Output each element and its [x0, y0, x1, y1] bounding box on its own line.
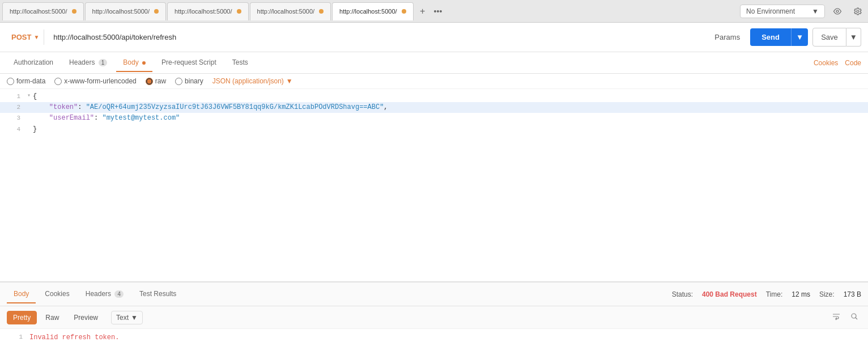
- form-data-radio[interactable]: [7, 78, 14, 85]
- raw-option[interactable]: raw: [146, 77, 166, 85]
- request-tabs: Authorization Headers 1 Body Pre-request…: [0, 52, 868, 74]
- gear-icon: [853, 7, 862, 16]
- save-dropdown-button[interactable]: ▼: [846, 28, 861, 47]
- editor-line-4: 4 ▾ }: [0, 124, 868, 135]
- response-tabs-bar: Body Cookies Headers 4 Test Results Stat…: [0, 282, 868, 306]
- resp-tab-cookies[interactable]: Cookies: [38, 285, 76, 303]
- tab-body[interactable]: Body: [116, 54, 152, 72]
- status-value: 400 Bad Request: [702, 290, 757, 298]
- line-num-4: 4: [5, 124, 20, 135]
- cookies-link[interactable]: Cookies: [814, 59, 838, 67]
- send-button[interactable]: Send: [750, 28, 791, 46]
- headers-badge: 1: [99, 59, 108, 66]
- url-bar: POST ▼ Params Send ▼ Save ▼: [0, 23, 868, 52]
- raw-label: raw: [155, 77, 166, 85]
- line-num-3: 3: [5, 113, 20, 124]
- tab-bar: http://localhost:5000/ http://localhost:…: [0, 0, 868, 23]
- wrap-lines-icon-button[interactable]: [829, 310, 843, 325]
- size-value: 173 B: [844, 290, 861, 298]
- json-type-select[interactable]: JSON (application/json) ▼: [212, 77, 293, 85]
- send-dropdown-button[interactable]: ▼: [791, 28, 808, 46]
- resp-action-icons: [829, 310, 861, 325]
- resp-preview-button[interactable]: Preview: [67, 311, 104, 324]
- environment-select[interactable]: No Environment ▼: [740, 5, 825, 18]
- environment-label: No Environment: [746, 7, 795, 15]
- urlencoded-option[interactable]: x-www-form-urlencoded: [54, 77, 136, 85]
- resp-error-text: Invalid refresh token.: [29, 334, 119, 341]
- form-data-label: form-data: [16, 77, 45, 85]
- url-input[interactable]: [49, 29, 704, 45]
- text-type-dropdown[interactable]: Text ▼: [111, 311, 143, 324]
- tab-pre-request[interactable]: Pre-request Script: [155, 54, 223, 72]
- tab-4-url: http://localhost:5000/: [257, 8, 315, 15]
- size-label: Size:: [819, 290, 835, 298]
- tab-authorization[interactable]: Authorization: [7, 54, 60, 72]
- tab-5[interactable]: http://localhost:5000/: [332, 2, 414, 20]
- method-select[interactable]: POST ▼: [7, 29, 44, 45]
- method-label: POST: [11, 33, 31, 41]
- urlencoded-radio[interactable]: [54, 78, 62, 85]
- urlencoded-label: x-www-form-urlencoded: [64, 77, 136, 85]
- resp-tab-body[interactable]: Body: [7, 285, 36, 303]
- form-data-option[interactable]: form-data: [7, 77, 45, 85]
- tab-more-button[interactable]: •••: [431, 7, 446, 16]
- tab-3[interactable]: http://localhost:5000/: [167, 2, 249, 20]
- resp-tab-headers[interactable]: Headers 4: [79, 285, 130, 303]
- tab-headers-label: Headers: [69, 58, 95, 66]
- tab-body-label: Body: [123, 58, 138, 66]
- tab-bar-right: No Environment ▼: [740, 3, 866, 19]
- tab-2-dot: [154, 9, 159, 14]
- json-type-chevron-icon: ▼: [286, 77, 293, 85]
- json-value-email: "mytest@mytest.com": [102, 114, 180, 122]
- fold-arrow-1[interactable]: ▾: [27, 91, 31, 100]
- code-editor[interactable]: 1 ▾ { 2 ▾ "token": "AE/oQR+64umj235Vzyzs…: [0, 89, 868, 282]
- resp-pretty-button[interactable]: Pretty: [7, 311, 37, 324]
- save-button-group: Save ▼: [812, 28, 861, 47]
- binary-label: binary: [185, 77, 203, 85]
- tab-5-dot: [402, 9, 406, 14]
- tab-2[interactable]: http://localhost:5000/: [85, 2, 167, 20]
- line-num-1: 1: [5, 91, 20, 102]
- tab-authorization-label: Authorization: [14, 58, 53, 66]
- environment-chevron-icon: ▼: [812, 7, 819, 15]
- svg-point-0: [836, 10, 839, 12]
- response-section: Body Cookies Headers 4 Test Results Stat…: [0, 282, 868, 346]
- line-content-2: "token": "AE/oQR+64umj235VzyzsaIUrc9tJ63…: [33, 102, 863, 113]
- raw-radio[interactable]: [146, 78, 153, 85]
- binary-option[interactable]: binary: [175, 77, 203, 85]
- params-button[interactable]: Params: [709, 29, 746, 45]
- search-icon: [850, 312, 859, 321]
- json-key-email: "userEmail": [49, 114, 94, 122]
- search-icon-button[interactable]: [848, 310, 861, 325]
- tab-3-url: http://localhost:5000/: [175, 8, 232, 15]
- new-tab-button[interactable]: +: [415, 3, 431, 19]
- tab-4[interactable]: http://localhost:5000/: [250, 2, 331, 20]
- tab-tests-label: Tests: [232, 58, 248, 66]
- body-dot: [142, 61, 146, 65]
- gear-icon-button[interactable]: [850, 3, 866, 19]
- tab-headers[interactable]: Headers 1: [62, 54, 114, 72]
- editor-line-3: 3 ▾ "userEmail": "mytest@mytest.com": [0, 113, 868, 124]
- resp-tab-cookies-label: Cookies: [45, 290, 69, 298]
- tab-2-url: http://localhost:5000/: [92, 8, 150, 15]
- save-button[interactable]: Save: [812, 28, 846, 47]
- text-type-chevron-icon: ▼: [131, 314, 138, 322]
- status-label: Status:: [672, 290, 693, 298]
- line-content-3: "userEmail": "mytest@mytest.com": [33, 113, 863, 124]
- tab-5-url: http://localhost:5000/: [339, 8, 397, 15]
- svg-point-1: [852, 314, 856, 318]
- resp-tab-body-label: Body: [14, 290, 29, 298]
- editor-line-1: 1 ▾ {: [0, 91, 868, 102]
- eye-icon-button[interactable]: [829, 3, 845, 19]
- resp-line-1: 1 Invalid refresh token.: [7, 334, 861, 341]
- tab-tests[interactable]: Tests: [225, 54, 255, 72]
- body-type-bar: form-data x-www-form-urlencoded raw bina…: [0, 74, 868, 89]
- binary-radio[interactable]: [175, 78, 182, 85]
- json-key-token: "token": [49, 103, 78, 111]
- tab-1[interactable]: http://localhost:5000/: [2, 2, 84, 20]
- resp-raw-button[interactable]: Raw: [39, 311, 65, 324]
- resp-tab-test-results-label: Test Results: [139, 290, 176, 298]
- time-label: Time:: [766, 290, 783, 298]
- resp-tab-test-results[interactable]: Test Results: [133, 285, 183, 303]
- code-link[interactable]: Code: [845, 59, 861, 67]
